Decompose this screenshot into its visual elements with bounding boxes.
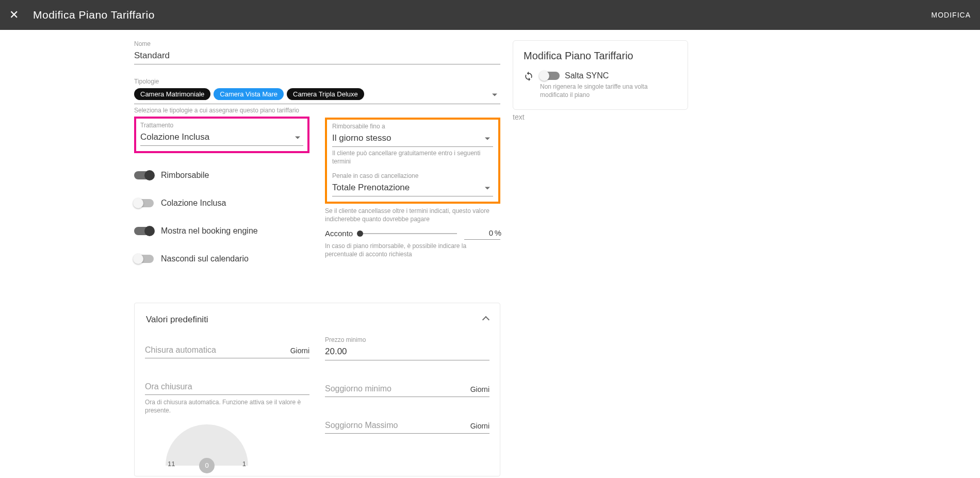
breakfast-label: Colazione Inclusa bbox=[161, 199, 226, 208]
penalty-field: Penale in caso di cancellazione Totale P… bbox=[332, 172, 493, 196]
chevron-down-icon bbox=[485, 138, 490, 140]
deposit-slider[interactable] bbox=[360, 233, 457, 234]
close-time-field[interactable]: Ora chiusura bbox=[145, 373, 309, 395]
close-time-help: Ora di chiusura automatica. Funzione att… bbox=[145, 398, 309, 415]
min-price-field: Prezzo minimo 20.00 bbox=[325, 336, 489, 360]
auto-close-label: Chisura automatica bbox=[145, 345, 216, 355]
max-stay-field[interactable]: Soggiorno Massimo Giorni bbox=[325, 411, 489, 434]
types-select[interactable]: Camera Matrimoniale Camera Vista Mare Ca… bbox=[134, 86, 500, 104]
skip-sync-desc: Non rigenera le singole tariffe una volt… bbox=[540, 83, 677, 99]
treatment-select[interactable]: Colazione Inclusa bbox=[140, 130, 303, 146]
types-label: Tipologie bbox=[134, 78, 500, 85]
clock-0: 0 bbox=[199, 458, 215, 473]
treatment-field: Trattamento Colazione Inclusa bbox=[140, 122, 303, 146]
treatment-label: Trattamento bbox=[140, 122, 303, 129]
save-button[interactable]: MODIFICA bbox=[932, 11, 971, 19]
penalty-help: Se il cliente cancellasse oltre i termin… bbox=[325, 207, 500, 223]
deposit-help: In caso di piano rimborsabile, è possibi… bbox=[325, 242, 500, 258]
chip-vista-mare[interactable]: Camera Vista Mare bbox=[214, 88, 284, 100]
clock-1: 1 bbox=[242, 460, 246, 468]
app-header: ✕ Modifica Piano Tariffario MODIFICA bbox=[0, 0, 980, 30]
deposit-value-box[interactable]: 0 % bbox=[464, 227, 500, 240]
deposit-label: Acconto bbox=[325, 229, 353, 238]
skip-sync-toggle[interactable] bbox=[540, 72, 560, 80]
defaults-title: Valori predefiniti bbox=[146, 315, 208, 325]
deposit-value: 0 bbox=[489, 228, 493, 237]
treatment-value: Colazione Inclusa bbox=[140, 132, 209, 142]
chevron-down-icon bbox=[295, 137, 300, 139]
types-help: Seleziona le tipologie a cui assegnare q… bbox=[134, 106, 500, 114]
min-price-label: Prezzo minimo bbox=[325, 336, 489, 343]
types-field: Tipologie Camera Matrimoniale Camera Vis… bbox=[134, 78, 500, 114]
hide-cal-toggle[interactable] bbox=[134, 255, 154, 263]
treatment-highlight: Trattamento Colazione Inclusa bbox=[134, 117, 309, 153]
sync-icon[interactable] bbox=[524, 71, 534, 81]
hide-cal-row: Nascondi sul calendario bbox=[134, 254, 309, 263]
chevron-up-icon bbox=[482, 316, 489, 323]
clock-picker[interactable]: 11 1 0 bbox=[166, 424, 248, 466]
chip-matrimoniale[interactable]: Camera Matrimoniale bbox=[134, 88, 210, 100]
penalty-select[interactable]: Totale Prenotazione bbox=[332, 180, 493, 196]
skip-sync-label: Salta SYNC bbox=[565, 71, 609, 80]
show-be-row: Mostra nel booking engine bbox=[134, 226, 309, 236]
side-card-title: Modifica Piano Tariffario bbox=[524, 50, 677, 62]
chevron-down-icon[interactable] bbox=[492, 94, 497, 96]
deposit-row: Acconto 0 % bbox=[325, 227, 500, 240]
min-stay-label: Soggiorno minimo bbox=[325, 384, 391, 393]
breakfast-toggle[interactable] bbox=[134, 199, 154, 207]
refund-highlight: Rimborsabile fino a Il giorno stesso Il … bbox=[325, 118, 500, 203]
max-stay-suffix: Giorni bbox=[470, 422, 489, 430]
min-price-input[interactable]: 20.00 bbox=[325, 344, 489, 360]
hide-cal-label: Nascondi sul calendario bbox=[161, 254, 249, 263]
chevron-down-icon bbox=[485, 187, 490, 189]
refundable-label: Rimborsabile bbox=[161, 171, 209, 180]
name-field: Nome Standard bbox=[134, 40, 500, 64]
penalty-value: Totale Prenotazione bbox=[332, 183, 410, 192]
auto-close-field[interactable]: Chisura automatica Giorni bbox=[145, 336, 309, 358]
side-card: Modifica Piano Tariffario Salta SYNC Non… bbox=[513, 40, 688, 110]
chip-tripla-deluxe[interactable]: Camera Tripla Deluxe bbox=[287, 88, 364, 100]
refund-until-select[interactable]: Il giorno stesso bbox=[332, 131, 493, 147]
stray-text: text bbox=[513, 113, 688, 121]
refund-until-help: Il cliente può cancellare gratuitamente … bbox=[332, 149, 493, 166]
close-icon[interactable]: ✕ bbox=[9, 9, 19, 21]
min-stay-field[interactable]: Soggiorno minimo Giorni bbox=[325, 375, 489, 397]
refund-until-label: Rimborsabile fino a bbox=[332, 123, 493, 130]
defaults-panel: Valori predefiniti Chisura automatica Gi… bbox=[134, 303, 500, 476]
deposit-unit: % bbox=[495, 228, 501, 237]
show-be-toggle[interactable] bbox=[134, 227, 154, 235]
max-stay-label: Soggiorno Massimo bbox=[325, 421, 398, 430]
refund-until-value: Il giorno stesso bbox=[332, 133, 391, 143]
refund-until-field: Rimborsabile fino a Il giorno stesso Il … bbox=[332, 123, 493, 166]
breakfast-row: Colazione Inclusa bbox=[134, 199, 309, 208]
auto-close-suffix: Giorni bbox=[290, 347, 309, 355]
clock-11: 11 bbox=[168, 460, 175, 468]
name-label: Nome bbox=[134, 40, 500, 47]
defaults-header[interactable]: Valori predefiniti bbox=[145, 303, 489, 336]
close-time-label: Ora chiusura bbox=[145, 382, 192, 391]
show-be-label: Mostra nel booking engine bbox=[161, 226, 258, 236]
penalty-label: Penale in caso di cancellazione bbox=[332, 172, 493, 179]
slider-thumb[interactable] bbox=[357, 230, 363, 237]
page-title: Modifica Piano Tariffario bbox=[33, 9, 155, 21]
refundable-toggle[interactable] bbox=[134, 171, 154, 179]
name-input[interactable]: Standard bbox=[134, 48, 500, 64]
refundable-row: Rimborsabile bbox=[134, 171, 309, 180]
min-stay-suffix: Giorni bbox=[470, 385, 489, 393]
